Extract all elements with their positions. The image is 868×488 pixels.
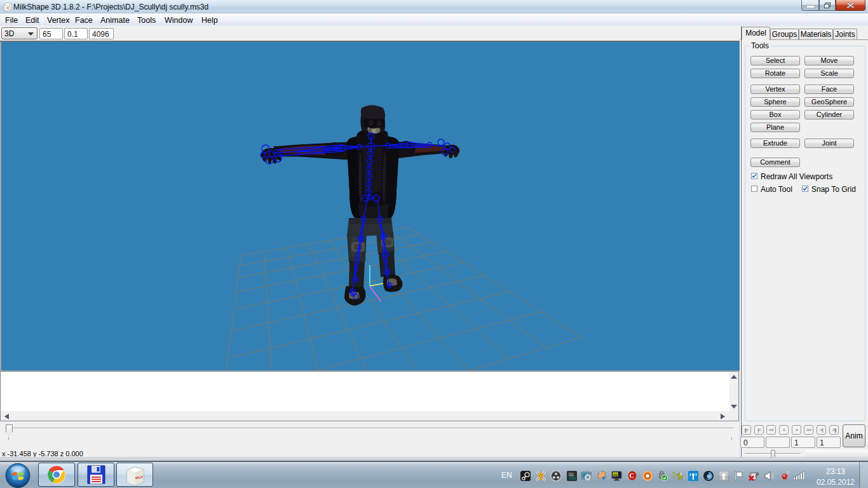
svg-text:99: 99: [613, 473, 618, 477]
svg-text:C: C: [630, 472, 634, 479]
svg-text:G1: G1: [569, 473, 574, 477]
svg-text:M: M: [6, 6, 8, 10]
